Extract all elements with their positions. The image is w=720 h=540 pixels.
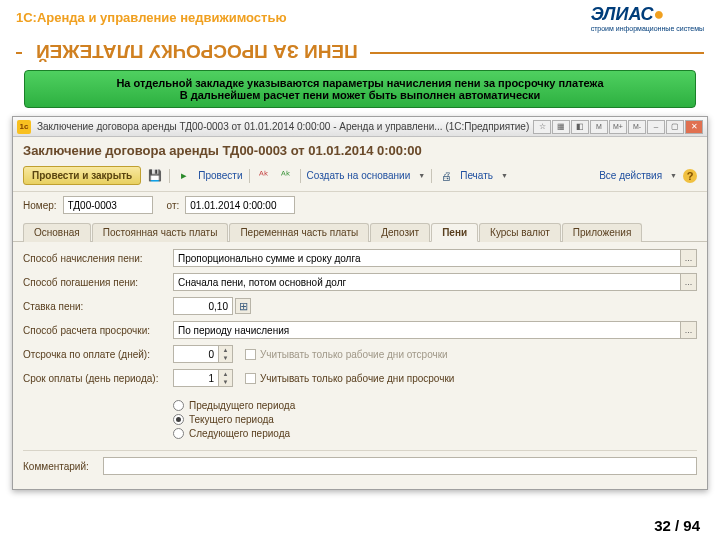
calc-icon[interactable]: ⊞ [235,298,251,314]
repay-input[interactable] [173,273,697,291]
number-label: Номер: [23,200,57,211]
term-input[interactable] [173,369,219,387]
tab-main[interactable]: Основная [23,223,91,242]
calc-label: Способ расчета просрочки: [23,325,173,336]
tabs: Основная Постоянная часть платы Переменн… [13,218,707,242]
term-workdays-check[interactable]: Учитывать только рабочие дни просрочки [245,373,454,384]
print-button[interactable]: Печать [460,170,493,181]
tab-fixed-payment[interactable]: Постоянная часть платы [92,223,229,242]
create-based-button[interactable]: Создать на основании [307,170,411,181]
minimize-button[interactable]: – [647,120,665,134]
post-and-close-button[interactable]: Провести и закрыть [23,166,141,185]
all-actions-button[interactable]: Все действия [599,170,662,181]
delay-label: Отсрочка по оплате (дней): [23,349,173,360]
product-name: 1С:Аренда и управление недвижимостью [16,4,287,25]
save-icon[interactable]: 💾 [147,168,163,184]
tab-attachments[interactable]: Приложения [562,223,643,242]
date-label: от: [167,200,180,211]
tab-variable-payment[interactable]: Переменная часть платы [229,223,369,242]
comment-input[interactable] [103,457,697,475]
method-input[interactable] [173,249,697,267]
number-input[interactable] [63,196,153,214]
tool-icon-1[interactable]: ᴬᵏ [256,168,272,184]
post-button[interactable]: Провести [198,170,242,181]
app-window: 1с Заключение договора аренды ТД00-0003 … [12,116,708,490]
date-input[interactable] [185,196,295,214]
toolbar: Провести и закрыть 💾 ▸ Провести ᴬᵏ ᴬᵏ Со… [13,162,707,192]
tb-btn-2[interactable]: ▦ [552,120,570,134]
repay-picker-button[interactable]: ... [680,274,696,290]
rate-label: Ставка пени: [23,301,173,312]
radio-current-period[interactable]: Текущего периода [173,414,697,425]
rate-input[interactable] [173,297,233,315]
tab-penalties[interactable]: Пени [431,223,478,242]
calc-picker-button[interactable]: ... [680,322,696,338]
help-icon[interactable]: ? [683,169,697,183]
repay-label: Способ погашения пени: [23,277,173,288]
delay-spinner[interactable]: ▲▼ [219,345,233,363]
page-counter: 32 / 94 [654,517,700,534]
tool-icon-2[interactable]: ᴬᵏ [278,168,294,184]
company-logo: ЭЛИАС● строим информационные системы [591,4,704,32]
tab-currency[interactable]: Курсы валют [479,223,561,242]
term-label: Срок оплаты (день периода): [23,373,173,384]
method-label: Способ начисления пени: [23,253,173,264]
window-titlebar: 1с Заключение договора аренды ТД00-0003 … [13,117,707,137]
tb-btn-m1[interactable]: M [590,120,608,134]
slide-title: ПЕНИ ЗА ПРОСРОЧКУ ПЛАТЕЖЕЙ [20,32,374,66]
tb-btn-3[interactable]: ◧ [571,120,589,134]
close-button[interactable]: ✕ [685,120,703,134]
post-icon[interactable]: ▸ [176,168,192,184]
comment-label: Комментарий: [23,461,103,472]
app-icon: 1с [17,120,31,134]
document-title: Заключение договора аренды ТД00-0003 от … [13,137,707,162]
print-icon[interactable]: 🖨 [438,168,454,184]
calc-input[interactable] [173,321,697,339]
delay-workdays-check[interactable]: Учитывать только рабочие дни отсрочки [245,349,448,360]
radio-prev-period[interactable]: Предыдущего периода [173,400,697,411]
delay-input[interactable] [173,345,219,363]
info-callout: На отдельной закладке указываются параме… [24,70,696,108]
tb-btn-1[interactable]: ☆ [533,120,551,134]
window-title: Заключение договора аренды ТД00-0003 от … [37,121,533,132]
tb-btn-m2[interactable]: M+ [609,120,627,134]
term-spinner[interactable]: ▲▼ [219,369,233,387]
radio-next-period[interactable]: Следующего периода [173,428,697,439]
tab-deposit[interactable]: Депозит [370,223,430,242]
method-picker-button[interactable]: ... [680,250,696,266]
maximize-button[interactable]: ▢ [666,120,684,134]
tb-btn-m3[interactable]: M- [628,120,646,134]
